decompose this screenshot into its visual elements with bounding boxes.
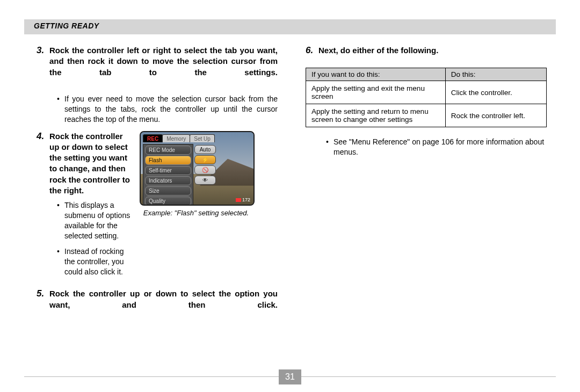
bullet-text: See "Menu Reference" on page 106 for mor… — [306, 137, 547, 157]
step-5: 5. Rock the controller up or down to sel… — [37, 288, 278, 321]
lcd-menu-item: Quality — [145, 197, 191, 206]
step-heading: Rock the controller up or down to select… — [49, 288, 278, 321]
lcd-count: 172 — [242, 197, 250, 202]
lcd-menu-item: Indicators — [145, 176, 191, 185]
actions-table: If you want to do this: Do this: Apply t… — [306, 68, 547, 127]
lcd-menu-item: REC Mode — [145, 146, 191, 155]
bullet-text: Instead of rocking the controller, you c… — [37, 246, 131, 277]
step-6: 6. Next, do either of the following. — [306, 45, 547, 56]
table-cell: Click the controller. — [445, 81, 546, 104]
table-cell: Apply the setting and return to menu scr… — [306, 104, 446, 127]
breadcrumb: GETTING READY — [34, 21, 99, 30]
lcd-tabs: REC Memory Set Up — [143, 134, 214, 142]
figure-block: REC Memory Set Up REC Mode Flash Self-ti… — [140, 131, 252, 284]
lcd-submenu: Auto ⚡ 🚫 👁 — [193, 144, 217, 186]
lcd-tab-setup: Set Up — [190, 134, 215, 142]
lcd-tab-memory: Memory — [162, 134, 190, 142]
lcd-sub-item: 🚫 — [194, 165, 216, 175]
lcd-menu-item: Self-timer — [145, 166, 191, 175]
table-row: Apply the setting and exit the menu scre… — [306, 81, 547, 104]
step-4-bullets: This displays a submenu of options avail… — [37, 200, 131, 277]
step-number: 3. — [37, 45, 49, 56]
table-row: Apply the setting and return to menu scr… — [306, 104, 547, 127]
bullet-text: This displays a submenu of options avail… — [37, 200, 131, 241]
table-header: If you want to do this: — [306, 68, 446, 81]
step-number: 6. — [306, 45, 318, 56]
lcd-menu-item: Size — [145, 186, 191, 195]
step-6-note: See "Menu Reference" on page 106 for mor… — [306, 137, 547, 157]
camera-lcd-figure: REC Memory Set Up REC Mode Flash Self-ti… — [140, 131, 255, 206]
step-3-bullets: If you ever need to move the selection c… — [37, 94, 278, 125]
table-header: Do this: — [445, 68, 546, 81]
page-number: 31 — [279, 369, 301, 384]
step-3: 3. Rock the controller left or right to … — [37, 45, 278, 89]
lcd-menu: REC Mode Flash Self-timer Indicators Siz… — [143, 144, 193, 206]
step-heading: Rock the controller left or right to sel… — [49, 45, 278, 89]
card-icon — [236, 198, 241, 202]
table-cell: Apply the setting and exit the menu scre… — [306, 81, 446, 104]
table-header-row: If you want to do this: Do this: — [306, 68, 547, 81]
left-column: 3. Rock the controller left or right to … — [37, 45, 278, 326]
lcd-tab-rec: REC — [143, 134, 163, 142]
bullet-text: If you ever need to move the selection c… — [37, 94, 278, 125]
lcd-sub-item-selected: ⚡ — [194, 155, 216, 164]
step-heading: Next, do either of the following. — [318, 45, 547, 56]
step-number: 5. — [37, 288, 49, 299]
step-number: 4. — [37, 131, 49, 142]
header-bar — [24, 19, 556, 34]
lcd-footer: 172 — [236, 197, 250, 202]
step-4: 4. Rock the controller up or down to sel… — [37, 131, 278, 284]
manual-page: GETTING READY 3. Rock the controller lef… — [0, 0, 580, 392]
lcd-sub-item: 👁 — [194, 176, 216, 185]
figure-caption: Example: "Flash" setting selected. — [140, 209, 252, 217]
content-columns: 3. Rock the controller left or right to … — [37, 45, 547, 326]
table-cell: Rock the controller left. — [445, 104, 546, 127]
lcd-sub-item: Auto — [194, 145, 216, 154]
lcd-menu-item-selected: Flash — [145, 156, 191, 165]
step-heading: Rock the controller up or down to select… — [49, 131, 131, 197]
right-column: 6. Next, do either of the following. If … — [306, 45, 547, 326]
